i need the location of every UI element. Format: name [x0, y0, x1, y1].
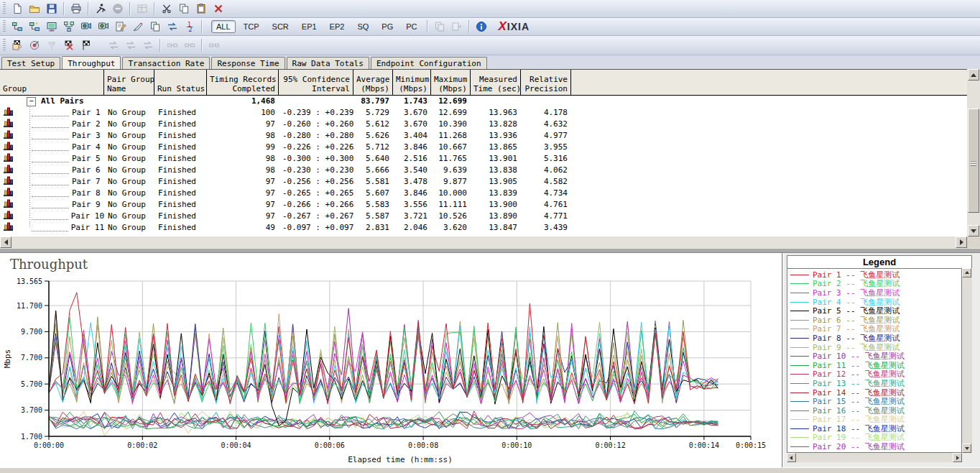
- column-header--mbps-[interactable]: Minimum(Mbps): [393, 70, 431, 95]
- finish-run-icon[interactable]: [78, 37, 95, 54]
- add-endpoint-pair-icon[interactable]: [43, 18, 60, 35]
- scroll-left-arrow[interactable]: [0, 236, 11, 248]
- filter-pg-button[interactable]: PG: [376, 20, 398, 33]
- legend-line-sample: [790, 383, 809, 384]
- legend-vertical-scrollbar[interactable]: [962, 268, 972, 453]
- pair-chart-icon[interactable]: [0, 153, 17, 165]
- delete-icon[interactable]: [210, 0, 227, 17]
- pair-chart-icon[interactable]: [0, 107, 17, 119]
- group-cell: Pair 1: [0, 107, 104, 119]
- scroll-left-arrow[interactable]: [787, 453, 796, 462]
- add-multicast-group-icon[interactable]: [95, 18, 112, 35]
- scroll-up-arrow[interactable]: [968, 69, 979, 81]
- scroll-right-arrow[interactable]: [956, 236, 967, 248]
- column-header-run-status[interactable]: Run Status: [154, 70, 207, 95]
- scroll-right-arrow[interactable]: [953, 453, 962, 462]
- pair-chart-icon[interactable]: [0, 119, 17, 130]
- column-header--mbps-[interactable]: Average(Mbps): [353, 70, 393, 95]
- copy-icon[interactable]: [175, 0, 193, 17]
- add-pair-icon[interactable]: [9, 18, 26, 35]
- column-header-name[interactable]: Pair GroupName: [104, 70, 154, 95]
- group-cell: Pair 11: [0, 222, 104, 234]
- set-run-count-icon[interactable]: 12: [181, 18, 198, 35]
- filter-all-button[interactable]: ALL: [211, 20, 236, 33]
- column-header-time-sec-[interactable]: MeasuredTime (sec): [471, 70, 521, 95]
- table-row-pair-6[interactable]: Pair 6No GroupFinished98-0.230 : +0.2305…: [0, 165, 967, 176]
- tab-raw-data-totals[interactable]: Raw Data Totals: [287, 57, 369, 69]
- column-header-group[interactable]: Group: [0, 70, 104, 95]
- table-row-pair-1[interactable]: Pair 1No GroupFinished100-0.239 : +0.239…: [0, 107, 967, 119]
- filter-tcp-button[interactable]: TCP: [239, 20, 264, 33]
- pair-chart-icon[interactable]: [0, 165, 17, 176]
- filter-ep2-button[interactable]: EP2: [325, 20, 350, 33]
- filter-sq-button[interactable]: SQ: [352, 20, 374, 33]
- legend-horizontal-scrollbar[interactable]: [787, 453, 962, 462]
- table-row-pair-8[interactable]: Pair 8No GroupFinished97-0.265 : +0.2655…: [0, 188, 967, 199]
- tab-transaction-rate[interactable]: Transaction Rate: [122, 57, 210, 69]
- filter-pc-button[interactable]: PC: [401, 20, 422, 33]
- filter-ep1-button[interactable]: EP1: [297, 20, 322, 33]
- paste-icon[interactable]: [193, 0, 210, 17]
- tree-leader: [32, 155, 69, 162]
- open-test-icon[interactable]: [26, 0, 43, 17]
- run-to-completion-icon[interactable]: [60, 37, 78, 54]
- pair-chart-icon[interactable]: [0, 222, 17, 234]
- pair-chart-icon[interactable]: [0, 199, 17, 211]
- run-test-icon[interactable]: [92, 0, 109, 17]
- column-header--mbps-[interactable]: Maximum(Mbps): [431, 70, 471, 95]
- add-video-pair-icon[interactable]: [78, 18, 95, 35]
- column-header-completed[interactable]: Timing RecordsCompleted: [207, 70, 279, 95]
- add-group-icon[interactable]: [60, 18, 78, 35]
- legend-line-sample: [790, 320, 809, 321]
- table-horizontal-scrollbar[interactable]: [0, 236, 967, 248]
- about-icon[interactable]: [473, 18, 490, 35]
- column-header-precision[interactable]: RelativePrecision: [521, 70, 571, 95]
- table-row-pair-9[interactable]: Pair 9No GroupFinished97-0.266 : +0.2665…: [0, 199, 967, 211]
- table-row-pair-7[interactable]: Pair 7No GroupFinished97-0.256 : +0.2565…: [0, 176, 967, 188]
- table-row-pair-2[interactable]: Pair 2No GroupFinished97-0.260 : +0.2605…: [0, 119, 967, 130]
- sign-pair-icon[interactable]: [129, 18, 147, 35]
- view-results-icon[interactable]: [26, 37, 43, 54]
- group-cell: Pair 2: [0, 119, 104, 130]
- tab-response-time[interactable]: Response Time: [211, 57, 285, 69]
- table-row-pair-5[interactable]: Pair 5No GroupFinished98-0.300 : +0.3005…: [0, 153, 967, 165]
- replicate-pair-icon[interactable]: [147, 18, 164, 35]
- tab-endpoint-configuration[interactable]: Endpoint Configuration: [371, 57, 487, 69]
- legend-line-sample: [790, 338, 809, 339]
- scroll-up-arrow[interactable]: [962, 268, 971, 277]
- pair-chart-icon[interactable]: [0, 142, 17, 153]
- cut-icon[interactable]: [158, 0, 175, 17]
- pair-chart-icon[interactable]: [0, 188, 17, 199]
- toolbar-grip[interactable]: [3, 20, 6, 33]
- table-row-pair-3[interactable]: Pair 3No GroupFinished98-0.280 : +0.2805…: [0, 130, 967, 142]
- edit-pair-icon[interactable]: [112, 18, 129, 35]
- scroll-thumb[interactable]: [968, 109, 979, 213]
- table-vertical-scrollbar[interactable]: [967, 69, 980, 236]
- pair-name: Pair 5: [72, 153, 101, 165]
- tab-throughput[interactable]: Throughput: [62, 56, 121, 69]
- pair-chart-icon[interactable]: [0, 211, 17, 222]
- filter-scr-button[interactable]: SCR: [267, 20, 294, 33]
- swap-endpoints-icon[interactable]: [164, 18, 181, 35]
- scroll-down-arrow[interactable]: [968, 225, 979, 236]
- tab-test-setup[interactable]: Test Setup: [1, 57, 60, 69]
- table-row-pair-10[interactable]: Pair 10No GroupFinished97-0.267 : +0.267…: [0, 211, 967, 222]
- table-row-all-pairs[interactable]: −All Pairs1,46883.7971.74312.699: [0, 96, 967, 107]
- pane-splitter[interactable]: [0, 248, 980, 253]
- toolbar-grip[interactable]: [3, 2, 6, 15]
- table-row-pair-11[interactable]: Pair 11No GroupFinished49-0.097 : +0.097…: [0, 222, 967, 234]
- pair-chart-icon[interactable]: [0, 130, 17, 142]
- print-icon[interactable]: [68, 0, 85, 17]
- collapse-expander[interactable]: −: [27, 97, 36, 106]
- svg-text:5.700: 5.700: [21, 380, 42, 388]
- run-test-group-icon[interactable]: [9, 37, 26, 54]
- add-multiple-pairs-icon[interactable]: [26, 18, 43, 35]
- save-test-icon[interactable]: [43, 0, 60, 17]
- new-document-icon[interactable]: [9, 0, 26, 17]
- pair-chart-icon[interactable]: [0, 176, 17, 188]
- scroll-down-arrow[interactable]: [962, 444, 971, 453]
- x-axis-label: Elapsed time (h:mm:ss): [348, 455, 453, 464]
- table-row-pair-4[interactable]: Pair 4No GroupFinished99-0.226 : +0.2265…: [0, 142, 967, 153]
- toolbar-grip[interactable]: [3, 39, 6, 52]
- column-header-interval[interactable]: 95% ConfidenceInterval: [279, 70, 353, 95]
